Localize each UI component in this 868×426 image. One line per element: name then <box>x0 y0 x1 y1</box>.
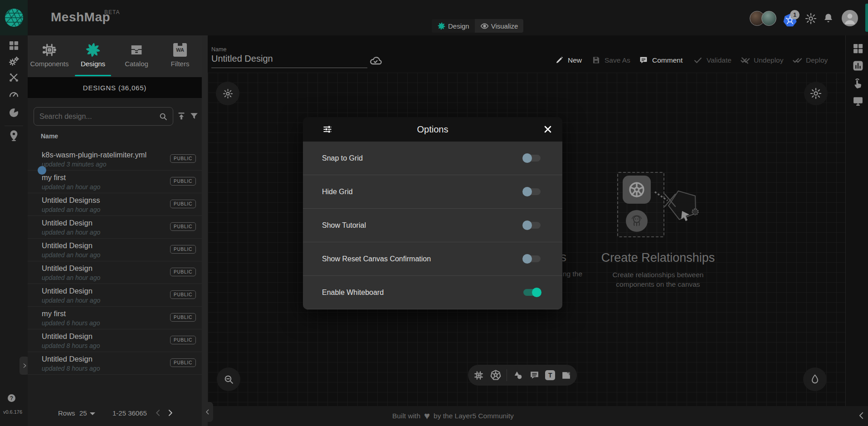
design-updated-time: updated 6 hours ago <box>42 319 100 327</box>
zoom-out-fab[interactable] <box>217 367 240 391</box>
help-button[interactable]: ? <box>8 394 15 402</box>
design-updated-time: updated 8 hours ago <box>42 342 100 349</box>
rows-per-page-value[interactable]: 25 <box>79 409 87 417</box>
undeploy-label: Undeploy <box>754 56 784 64</box>
design-name-input[interactable] <box>211 54 367 68</box>
design-name: Untitled Design <box>42 332 93 341</box>
meshmap-pin-icon[interactable] <box>8 129 20 142</box>
design-mode-button[interactable]: Design <box>432 19 475 33</box>
dock-components-icon[interactable] <box>473 370 484 381</box>
validate-label: Validate <box>707 56 731 64</box>
previous-page-button[interactable] <box>154 408 163 417</box>
mesh-pie-icon[interactable] <box>8 107 20 119</box>
hide-grid-toggle[interactable] <box>523 188 541 195</box>
tab-designs[interactable]: Designs <box>71 35 115 77</box>
touch-gesture-icon[interactable] <box>852 77 864 90</box>
visualize-mode-button[interactable]: Visualize <box>475 19 524 33</box>
close-icon[interactable] <box>542 124 553 135</box>
design-list-item[interactable]: Untitled Design updated 8 hours ago PUBL… <box>28 329 202 352</box>
search-icon <box>158 112 168 122</box>
settings-gear-icon[interactable] <box>805 13 817 24</box>
app-title: MeshMap <box>51 10 110 24</box>
drawer-resize-strip[interactable] <box>202 35 208 426</box>
design-list-item[interactable]: Untitled Design updated 8 hours ago PUBL… <box>28 352 202 375</box>
new-design-label: New <box>568 56 582 64</box>
check-icon <box>693 55 703 65</box>
panel-collapse-button[interactable] <box>202 402 213 422</box>
visibility-badge: PUBLIC <box>170 177 196 186</box>
tab-filters[interactable]: WA Filters <box>158 35 202 77</box>
tab-catalog[interactable]: Catalog <box>115 35 158 77</box>
save-as-button[interactable]: Save As <box>591 55 630 65</box>
dock-text-tool-icon[interactable]: T <box>545 370 555 380</box>
design-updated-time: updated 3 minutes ago <box>42 161 106 168</box>
show-tutorial-toggle[interactable] <box>523 222 541 229</box>
deploy-button[interactable]: Deploy <box>792 55 828 65</box>
collaborator-avatar-2[interactable] <box>761 11 776 26</box>
design-updated-time: updated an hour ago <box>42 183 100 191</box>
design-list-item[interactable]: Untitled Designss updated an hour ago PU… <box>28 193 202 216</box>
mesh-component-icon <box>626 210 648 232</box>
options-modal-body: Snap to Grid Hide Grid Show Tutorial Sho… <box>303 142 562 309</box>
design-spiral-icon <box>437 22 446 30</box>
design-list-item[interactable]: Untitled Design updated an hour ago PUBL… <box>28 261 202 284</box>
dashboard-icon[interactable] <box>8 39 20 52</box>
configuration-tools-icon[interactable] <box>8 71 20 83</box>
design-list-item[interactable]: k8s-wasm-plugin-ratelimiter.yml updated … <box>28 148 202 171</box>
undeploy-button[interactable]: Undeploy <box>740 55 784 65</box>
tab-filters-label: Filters <box>171 60 190 68</box>
lifecycle-gears-icon[interactable] <box>8 55 20 68</box>
cloud-saved-icon <box>369 54 382 67</box>
tab-components-label: Components <box>30 60 68 68</box>
pagination-range: 1-25 36065 <box>112 409 147 417</box>
show-reset-confirmation-toggle[interactable] <box>523 255 541 262</box>
right-drawer-collapse-button[interactable] <box>857 411 867 421</box>
tab-components[interactable]: Components <box>28 35 71 77</box>
create-relationships-description: Create relationships between components … <box>590 270 726 289</box>
next-page-button[interactable] <box>166 408 175 417</box>
option-row-show-reset-confirmation: Show Reset Canvas Confirmation <box>303 242 562 276</box>
designs-panel: Components Designs <box>28 35 202 426</box>
canvas-config-gear-fab[interactable] <box>804 82 828 105</box>
comment-icon <box>639 55 649 65</box>
chart-panel-icon[interactable] <box>852 59 864 72</box>
design-list-item[interactable]: my first updated 6 hours ago PUBLIC <box>28 307 202 329</box>
validate-button[interactable]: Validate <box>693 55 731 65</box>
search-input[interactable] <box>34 113 158 121</box>
show-tutorial-label: Show Tutorial <box>322 221 366 230</box>
enable-whiteboard-toggle[interactable] <box>523 289 541 296</box>
deploy-double-check-icon <box>792 55 802 65</box>
wasm-filters-icon: WA <box>173 42 187 58</box>
canvas-settings-fab[interactable] <box>216 82 239 105</box>
dock-shapes-icon[interactable] <box>512 370 524 381</box>
kubernetes-context-count-badge: 1 <box>790 10 800 20</box>
deploy-label: Deploy <box>806 56 828 64</box>
design-mode-label: Design <box>448 22 469 30</box>
chevron-right-icon <box>21 362 28 369</box>
widgets-grid-icon[interactable] <box>852 42 864 55</box>
notifications-bell-icon[interactable] <box>822 12 834 24</box>
new-design-button[interactable]: New <box>555 55 582 65</box>
snap-to-grid-label: Snap to Grid <box>322 154 363 162</box>
design-list-item[interactable]: Untitled Design updated an hour ago PUBL… <box>28 216 202 239</box>
design-list-item[interactable]: Untitled Design updated an hour ago PUBL… <box>28 284 202 307</box>
dock-kubernetes-icon[interactable] <box>490 369 502 381</box>
filter-funnel-icon[interactable] <box>189 111 199 121</box>
whiteboard-drop-fab[interactable] <box>803 367 827 391</box>
design-updated-time: updated 8 hours ago <box>42 365 100 372</box>
performance-gauge-icon[interactable] <box>8 88 20 101</box>
kubernetes-node-icon <box>623 176 651 204</box>
rows-per-page-caret-icon[interactable] <box>90 412 95 415</box>
upload-design-icon[interactable] <box>176 111 186 121</box>
screen-share-icon[interactable] <box>852 95 864 108</box>
right-tool-strip <box>845 35 868 406</box>
user-avatar[interactable] <box>842 10 858 26</box>
layer5-logo[interactable] <box>0 0 28 35</box>
design-list-item[interactable]: my first updated an hour ago PUBLIC <box>28 171 202 193</box>
dock-media-icon[interactable] <box>561 370 572 381</box>
snap-to-grid-toggle[interactable] <box>523 155 541 162</box>
design-list-item[interactable]: Untitled Design updated an hour ago PUBL… <box>28 239 202 261</box>
dock-comment-icon[interactable] <box>529 370 540 381</box>
comment-button[interactable]: Comment <box>639 55 683 65</box>
option-row-enable-whiteboard: Enable Whiteboard <box>303 276 562 309</box>
